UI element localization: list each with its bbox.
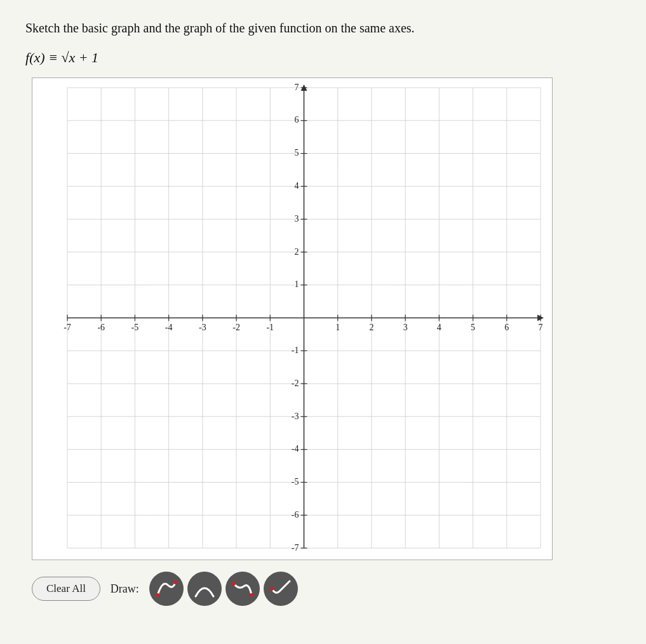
draw-label: Draw: (111, 582, 139, 596)
instruction-text: Sketch the basic graph and the graph of … (25, 19, 621, 37)
graph-area[interactable] (32, 77, 553, 560)
svg-point-4 (270, 587, 274, 591)
curve-check-tool[interactable] (264, 572, 298, 606)
svg-point-3 (250, 593, 253, 597)
svg-point-0 (156, 593, 159, 597)
clear-all-button[interactable]: Clear All (32, 577, 100, 601)
draw-tools (149, 572, 298, 606)
svg-point-1 (173, 580, 177, 584)
curve-down-tool[interactable] (225, 572, 260, 606)
toolbar: Clear All Draw: (32, 572, 621, 606)
curve-arch-tool[interactable] (187, 572, 222, 606)
curve-up-tool[interactable] (149, 572, 184, 606)
graph-canvas[interactable] (32, 78, 553, 560)
function-label: f(x) ≡ √x + 1 (25, 50, 621, 66)
svg-point-2 (232, 582, 236, 586)
function-name: f(x) ≡ √x + 1 (25, 50, 98, 65)
